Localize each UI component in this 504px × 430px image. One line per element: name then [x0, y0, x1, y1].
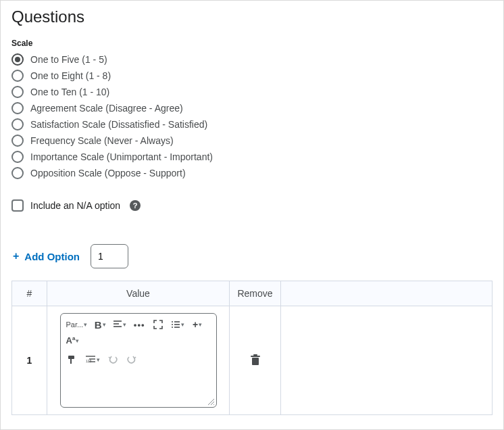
radio-label: One to Five (1 - 5)	[30, 54, 107, 65]
redo-button[interactable]	[126, 353, 138, 366]
add-option-row: + Add Option	[11, 244, 493, 268]
svg-point-7	[172, 327, 173, 328]
radio-icon	[11, 167, 24, 179]
more-button[interactable]: •••	[133, 318, 145, 331]
scale-radio-option[interactable]: Frequency Scale (Never - Always)	[11, 135, 493, 147]
trash-icon	[250, 354, 261, 366]
svg-line-15	[208, 399, 214, 405]
col-header-remove: Remove	[230, 281, 281, 306]
include-na-checkbox[interactable]	[11, 199, 24, 212]
expand-icon	[153, 320, 163, 329]
radio-label: Frequency Scale (Never - Always)	[30, 135, 174, 146]
blank-cell	[281, 306, 493, 415]
chevron-down-icon: ▾	[97, 356, 100, 363]
page-title: Questions	[11, 7, 493, 26]
chevron-down-icon: ▾	[181, 321, 184, 328]
scale-radio-option[interactable]: One to Ten (1 - 10)	[11, 86, 493, 98]
svg-rect-19	[251, 356, 260, 357]
scale-radio-option[interactable]: One to Eight (1 - 8)	[11, 70, 493, 82]
radio-icon	[11, 118, 24, 130]
col-header-num: #	[12, 281, 47, 306]
plus-icon: +	[13, 250, 19, 262]
svg-line-17	[213, 404, 214, 405]
insert-button[interactable]: + ▾	[191, 318, 203, 331]
format-paint-icon	[68, 355, 77, 364]
svg-point-3	[172, 321, 173, 322]
bold-button[interactable]: B ▾	[94, 318, 106, 331]
help-icon[interactable]: ?	[130, 200, 141, 211]
options-table: # Value Remove 1 Par... ▾	[11, 281, 493, 415]
radio-icon	[11, 86, 24, 98]
svg-rect-10	[70, 359, 72, 364]
scale-radio-option[interactable]: Agreement Scale (Disagree - Agree)	[11, 102, 493, 114]
col-header-blank	[281, 281, 493, 306]
table-row: 1 Par... ▾ B ▾	[12, 306, 493, 415]
scale-field-label: Scale	[11, 39, 493, 48]
include-na-label: Include an N/A option	[30, 200, 120, 211]
radio-label: Agreement Scale (Disagree - Agree)	[30, 103, 183, 114]
radio-icon	[11, 53, 24, 66]
align-left-icon	[113, 320, 122, 329]
undo-icon	[108, 355, 118, 364]
scale-radio-option[interactable]: Importance Scale (Unimportant - Importan…	[11, 151, 493, 163]
fullscreen-button[interactable]	[152, 318, 164, 331]
editor-textarea[interactable]	[66, 372, 211, 402]
add-option-count-input[interactable]	[91, 244, 128, 268]
editor-toolbar: Par... ▾ B ▾	[61, 314, 216, 374]
chevron-down-icon: ▾	[199, 321, 202, 328]
list-icon	[171, 320, 180, 329]
radio-label: Importance Scale (Unimportant - Importan…	[30, 151, 213, 162]
radio-label: Satisfaction Scale (Dissatisfied - Satis…	[30, 119, 207, 130]
scale-radio-option[interactable]: One to Five (1 - 5)	[11, 53, 493, 66]
chevron-down-icon: ▾	[103, 321, 106, 328]
paragraph-style-dropdown[interactable]: Par... ▾	[66, 318, 88, 331]
row-number: 1	[27, 355, 32, 366]
svg-rect-9	[68, 356, 74, 359]
align-button[interactable]: ▾	[113, 318, 126, 331]
add-option-button[interactable]: + Add Option	[11, 247, 81, 265]
radio-icon	[11, 151, 24, 163]
radio-icon	[11, 102, 24, 114]
radio-label: One to Eight (1 - 8)	[30, 70, 111, 81]
scale-radio-option[interactable]: Opposition Scale (Oppose - Support)	[11, 167, 493, 179]
undo-button[interactable]	[107, 353, 119, 366]
scale-radio-option[interactable]: Satisfaction Scale (Dissatisfied - Satis…	[11, 118, 493, 130]
radio-label: One to Ten (1 - 10)	[30, 87, 109, 97]
col-header-value: Value	[47, 281, 230, 306]
indent-icon: 123	[85, 355, 96, 364]
include-na-row: Include an N/A option ?	[11, 199, 493, 212]
font-button[interactable]: Aa ▾	[66, 334, 80, 348]
radio-label: Opposition Scale (Oppose - Support)	[30, 168, 186, 178]
add-option-label: Add Option	[24, 251, 80, 262]
scale-radio-group: One to Five (1 - 5)One to Eight (1 - 8)O…	[11, 53, 493, 179]
resize-grip-icon[interactable]	[207, 398, 215, 406]
svg-point-5	[172, 324, 173, 325]
chevron-down-icon: ▾	[123, 321, 126, 328]
redo-icon	[127, 355, 136, 364]
remove-row-button[interactable]	[246, 350, 265, 371]
list-button[interactable]: ▾	[171, 318, 184, 331]
radio-icon	[11, 135, 24, 147]
indent-button[interactable]: 123 ▾	[85, 353, 100, 366]
rich-text-editor[interactable]: Par... ▾ B ▾	[60, 313, 217, 408]
format-paint-button[interactable]	[66, 353, 78, 366]
questions-panel: Questions Scale One to Five (1 - 5)One t…	[0, 0, 504, 430]
svg-rect-18	[252, 358, 259, 365]
radio-icon	[11, 70, 24, 82]
chevron-down-icon: ▾	[84, 321, 87, 328]
svg-text:123: 123	[86, 359, 92, 363]
svg-rect-20	[253, 354, 257, 356]
chevron-down-icon: ▾	[76, 337, 79, 344]
